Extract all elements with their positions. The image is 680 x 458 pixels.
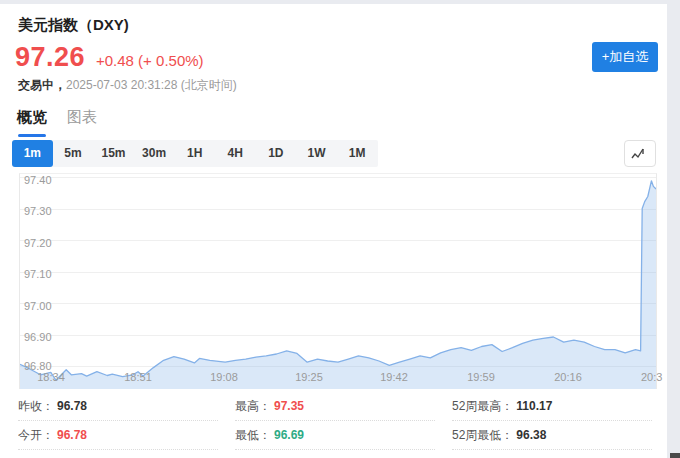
right-gutter-strip: [667, 0, 680, 458]
stat-label: 52周最低：: [452, 428, 513, 442]
timeframe-bar: 1m 5m 15m 30m 1H 4H 1D 1W 1M: [12, 140, 378, 167]
chart-type-button[interactable]: [624, 140, 656, 167]
line-chart-icon: [630, 146, 650, 162]
tab-chart-label: 图表: [67, 108, 97, 125]
x-axis-label: 19:25: [295, 371, 323, 383]
timeframe-1m[interactable]: 1m: [12, 140, 53, 167]
x-axis-label: 20:16: [554, 371, 582, 383]
stat-label: 最高：: [235, 399, 271, 413]
top-border-strip: [0, 0, 680, 4]
y-axis-label: 97.40: [24, 174, 64, 187]
timeframe-4h[interactable]: 4H: [215, 140, 256, 167]
stat-label: 今开：: [18, 428, 54, 442]
x-axis-label: 18:34: [37, 371, 65, 383]
stat-value: 97.35: [274, 399, 304, 413]
chart-canvas: [20, 174, 656, 389]
y-axis-label: 97.10: [24, 268, 64, 281]
quote-stats-grid: 昨收：96.78 最高：97.35 52周最高：110.17 今开：96.78 …: [18, 392, 652, 450]
stat-day-low: 最低：96.69: [235, 421, 435, 450]
y-axis-label: 97.30: [24, 205, 64, 218]
stat-value: 96.78: [57, 428, 87, 442]
current-price: 97.26: [15, 42, 85, 73]
add-watchlist-button[interactable]: +加自选: [592, 42, 658, 72]
x-axis-label: 20:3: [641, 371, 662, 383]
stat-52w-low: 52周最低：96.38: [452, 421, 652, 450]
stat-value: 96.78: [57, 399, 87, 413]
stat-value: 110.17: [516, 399, 552, 413]
scrollbar-corner[interactable]: [670, 453, 680, 458]
x-axis-label: 19:08: [210, 371, 238, 383]
stat-label: 最低：: [235, 428, 271, 442]
active-tab-underline: [18, 134, 46, 137]
view-tabs: 概览 图表: [17, 108, 97, 135]
stat-label: 昨收：: [18, 399, 54, 413]
tab-chart[interactable]: 图表: [67, 108, 97, 135]
y-axis-label: 96.90: [24, 331, 64, 344]
stat-value: 96.38: [516, 428, 546, 442]
tab-overview-label: 概览: [17, 108, 47, 125]
stat-open: 今开：96.78: [18, 421, 218, 450]
trading-status: 交易中，2025-07-03 20:31:28 (北京时间): [18, 77, 237, 94]
y-axis-label: 97.00: [24, 300, 64, 313]
timeframe-1w[interactable]: 1W: [296, 140, 337, 167]
price-chart[interactable]: 97.40 97.30 97.20 97.10 97.00 96.90 96.8…: [19, 173, 657, 389]
x-axis-label: 18:51: [124, 371, 152, 383]
timeframe-1d[interactable]: 1D: [256, 140, 297, 167]
timeframe-15m[interactable]: 15m: [93, 140, 134, 167]
timeframe-5m[interactable]: 5m: [53, 140, 94, 167]
trading-status-label: 交易中，: [18, 78, 66, 92]
tab-overview[interactable]: 概览: [17, 108, 47, 135]
quote-timestamp: 2025-07-03 20:31:28 (北京时间): [66, 78, 237, 92]
timeframe-1mo[interactable]: 1M: [337, 140, 378, 167]
y-axis-label: 97.20: [24, 237, 64, 250]
stat-prev-close: 昨收：96.78: [18, 392, 218, 421]
timeframe-30m[interactable]: 30m: [134, 140, 175, 167]
x-axis-label: 19:42: [380, 371, 408, 383]
stat-day-high: 最高：97.35: [235, 392, 435, 421]
chart-area-fill: [20, 181, 656, 389]
stat-label: 52周最高：: [452, 399, 513, 413]
page-title: 美元指数（DXY): [18, 16, 129, 35]
stat-52w-high: 52周最高：110.17: [452, 392, 652, 421]
stat-value: 96.69: [274, 428, 304, 442]
timeframe-1h[interactable]: 1H: [174, 140, 215, 167]
price-change: +0.48 (+ 0.50%): [96, 52, 204, 69]
x-axis-label: 19:59: [467, 371, 495, 383]
